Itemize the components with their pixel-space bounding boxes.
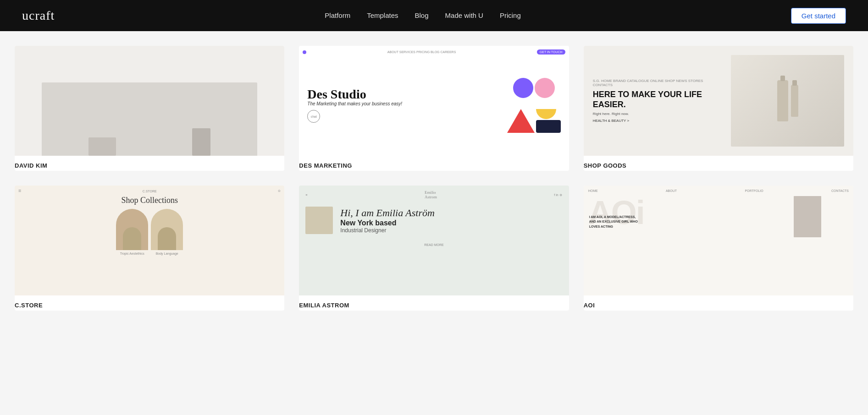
preview-button-c-store[interactable]: Preview bbox=[104, 251, 195, 268]
preview-button-shop-goods[interactable]: Preview bbox=[673, 111, 764, 129]
nav-links: Platform Templates Blog Made with U Pric… bbox=[325, 11, 521, 20]
templates-grid: ⓘ Select Preview DAVID KIM ABOUT SERVICE… bbox=[0, 31, 868, 333]
template-card-david-kim: ⓘ Select Preview DAVID KIM bbox=[15, 46, 284, 171]
template-card-c-store: ☰ C.STORE ⊙ Shop Collections Tropic Aest… bbox=[15, 186, 284, 311]
template-label-david-kim: DAVID KIM bbox=[15, 156, 284, 171]
preview-button-aoi[interactable]: Preview bbox=[673, 251, 764, 268]
template-card-emilia-astrom: ≡ EmilioAstrom f in ⭘ Hi, I am Emilia As… bbox=[299, 186, 569, 311]
navbar: ucraft Platform Templates Blog Made with… bbox=[0, 0, 868, 31]
nav-blog[interactable]: Blog bbox=[415, 11, 429, 19]
preview-button-david-kim[interactable]: Preview bbox=[104, 104, 195, 121]
select-button-shop-goods[interactable]: Select bbox=[673, 88, 764, 106]
template-card-shop-goods: S.G. HOME BRAND CATALOGUE ONLINE SHOP NE… bbox=[584, 46, 853, 171]
logo: ucraft bbox=[22, 8, 55, 23]
get-started-button[interactable]: Get started bbox=[791, 8, 846, 24]
nav-platform[interactable]: Platform bbox=[325, 11, 350, 19]
select-button-david-kim[interactable]: Select bbox=[104, 81, 195, 98]
preview-button-emilia-astrom[interactable]: Preview bbox=[388, 251, 480, 268]
thumbnail-david-kim: ⓘ Select Preview bbox=[15, 46, 284, 156]
template-card-aoi: HOME ABOUT PORTFOLIO CONTACTS AOi I AM A… bbox=[584, 186, 853, 311]
select-button-aoi[interactable]: Select bbox=[673, 228, 764, 246]
template-card-des-marketing: ABOUT SERVICES PRICING BLOG CAREERS GET … bbox=[299, 46, 569, 171]
nav-made-with-u[interactable]: Made with U bbox=[445, 11, 483, 19]
aoi-tagline: I AM AOI, A MODEL/ACTRESS, AND AN EXCLUS… bbox=[589, 215, 638, 229]
select-button-des-marketing[interactable]: Select bbox=[388, 88, 480, 106]
select-button-c-store[interactable]: Select bbox=[104, 228, 195, 246]
info-button-david-kim[interactable]: ⓘ bbox=[263, 52, 278, 67]
select-button-emilia-astrom[interactable]: Select bbox=[388, 228, 480, 246]
preview-button-des-marketing[interactable]: Preview bbox=[388, 111, 480, 129]
nav-pricing[interactable]: Pricing bbox=[500, 11, 521, 19]
nav-templates[interactable]: Templates bbox=[367, 11, 398, 19]
aoi-photo bbox=[794, 196, 821, 237]
